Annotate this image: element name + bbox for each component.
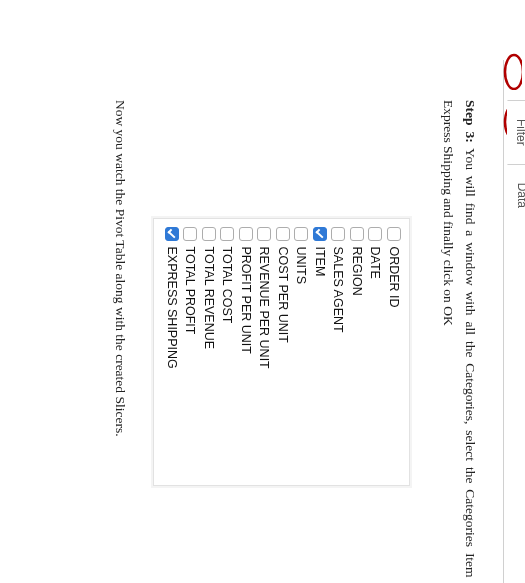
category-checkbox[interactable] bbox=[294, 227, 308, 241]
step-text: You will find a window with all the Cate… bbox=[441, 100, 478, 583]
category-row: DATE bbox=[366, 227, 385, 477]
category-row: TOTAL COST bbox=[218, 227, 237, 477]
category-checkbox[interactable] bbox=[202, 227, 216, 241]
step-label: Step 3: bbox=[463, 100, 478, 143]
ribbon-fragment: Filter Data bbox=[503, 60, 525, 583]
category-checkbox[interactable] bbox=[313, 227, 327, 241]
category-label: REGION bbox=[347, 247, 367, 296]
category-label: PROFIT PER UNIT bbox=[236, 247, 256, 354]
category-checkbox[interactable] bbox=[239, 227, 253, 241]
category-checkbox[interactable] bbox=[220, 227, 234, 241]
category-label: EXPRESS SHIPPING bbox=[162, 247, 182, 369]
category-row: SALES AGENT bbox=[329, 227, 348, 477]
marker-loop-a bbox=[494, 50, 522, 90]
category-checkbox[interactable] bbox=[350, 227, 364, 241]
tab-data[interactable]: Data bbox=[507, 165, 525, 226]
category-row: ITEM bbox=[310, 227, 329, 477]
category-row: ORDER ID bbox=[384, 227, 403, 477]
category-label: TOTAL REVENUE bbox=[199, 247, 219, 350]
step-paragraph: Step 3: You will find a window with all … bbox=[438, 100, 481, 583]
category-label: TOTAL COST bbox=[217, 247, 237, 324]
category-label: SALES AGENT bbox=[328, 247, 348, 333]
category-checkbox[interactable] bbox=[276, 227, 290, 241]
category-row: REGION bbox=[347, 227, 366, 477]
category-label: ORDER ID bbox=[384, 247, 404, 308]
category-label: REVENUE PER UNIT bbox=[254, 247, 274, 369]
category-checkbox[interactable] bbox=[368, 227, 382, 241]
category-label: UNITS bbox=[291, 247, 311, 285]
category-row: UNITS bbox=[292, 227, 311, 477]
category-row: TOTAL PROFIT bbox=[181, 227, 200, 477]
category-label: COST PER UNIT bbox=[273, 247, 293, 343]
category-label: DATE bbox=[365, 247, 385, 279]
category-label: ITEM bbox=[310, 247, 330, 277]
tab-label: Filter bbox=[514, 119, 525, 146]
footer-text: Now you watch the Pivot Table along with… bbox=[110, 100, 132, 583]
svg-point-0 bbox=[505, 55, 522, 89]
tab-filter[interactable]: Filter bbox=[507, 100, 525, 165]
category-row: PROFIT PER UNIT bbox=[236, 227, 255, 477]
tab-label: Data bbox=[515, 183, 525, 208]
categories-panel: ORDER IDDATEREGIONSALES AGENTITEMUNITSCO… bbox=[153, 218, 410, 486]
category-row: EXPRESS SHIPPING bbox=[162, 227, 181, 477]
category-checkbox[interactable] bbox=[387, 227, 401, 241]
category-checkbox[interactable] bbox=[257, 227, 271, 241]
category-checkbox[interactable] bbox=[331, 227, 345, 241]
category-label: TOTAL PROFIT bbox=[180, 247, 200, 335]
category-row: COST PER UNIT bbox=[273, 227, 292, 477]
category-row: REVENUE PER UNIT bbox=[255, 227, 274, 477]
category-row: TOTAL REVENUE bbox=[199, 227, 218, 477]
category-checkbox[interactable] bbox=[165, 227, 179, 241]
category-checkbox[interactable] bbox=[183, 227, 197, 241]
